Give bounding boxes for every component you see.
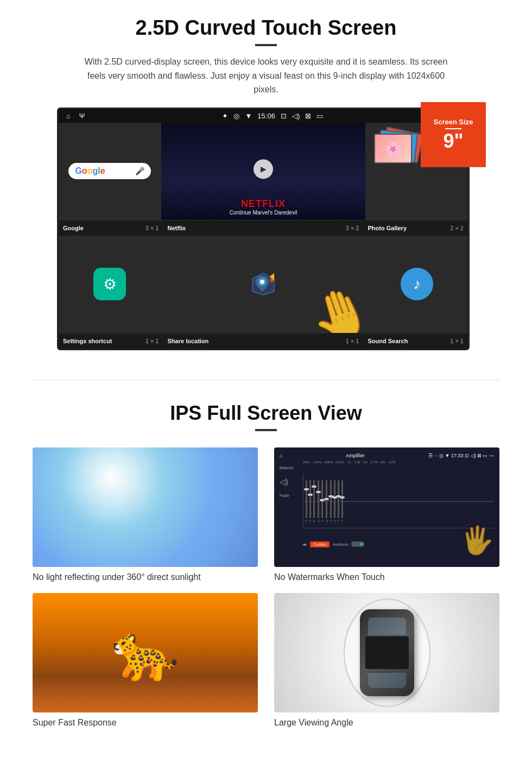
amp-icons: ☰ ··· ◎ ▼ 17:33 ⊡ ◁) ⊠ ▭ — xyxy=(428,453,494,458)
google-app-cell[interactable]: Google 🎤 xyxy=(59,123,161,220)
amp-side-labels: Balance ◁) Fader xyxy=(280,460,299,547)
car-windshield-front xyxy=(368,617,406,636)
sunlight-caption: No light reflecting under 360° direct su… xyxy=(33,572,258,582)
amp-freq-sub: SUB xyxy=(389,460,395,464)
app-row-bottom: ⚙ xyxy=(59,236,468,333)
android-screen: ⌂ Ψ ✦ ◎ ▼ 15:06 ⊡ ◁) ⊠ ▭ xyxy=(57,108,470,350)
settings-label: Settings shortcut 1 × 1 xyxy=(59,338,163,344)
amp-title: Amplifier xyxy=(346,453,365,458)
amp-zero-line xyxy=(303,501,494,502)
amp-freq-labels: 60hz 100hz 200hz 500hz 1k 2.5k 10k 12.5k… xyxy=(303,460,494,464)
section2-divider xyxy=(255,429,277,431)
amp-loudness-label: loudness xyxy=(333,542,348,546)
amp-fader-label: Fader xyxy=(280,494,299,497)
amp-freq-60hz: 60hz xyxy=(303,460,310,464)
sound-label: Sound Search 1 × 1 xyxy=(364,338,468,344)
gallery-stack: 🌸 xyxy=(370,127,416,171)
netflix-app-cell[interactable]: ▶ NETFLIX Continue Marvel's Daredevil xyxy=(161,123,366,220)
gallery-label-size: 2 × 2 xyxy=(450,225,464,231)
amp-slider-9[interactable]: 0 xyxy=(338,476,339,526)
amp-slider-3[interactable]: 0 xyxy=(313,476,315,526)
hand-touching-icon: 🖐 xyxy=(460,525,494,556)
device-mockup: Screen Size 9" ⌂ Ψ ✦ ◎ ▼ 15:06 ⊡ ◁) ⊠ xyxy=(57,108,475,350)
netflix-label: Netflix 3 × 2 xyxy=(163,225,364,231)
amp-slider-7[interactable]: 0 xyxy=(330,476,332,526)
play-button[interactable]: ▶ xyxy=(254,160,273,179)
settings-icon[interactable]: ⚙ xyxy=(93,268,126,300)
sunlight-image xyxy=(33,447,258,567)
feature-amplifier: ⌂ Amplifier ☰ ··· ◎ ▼ 17:33 ⊡ ◁) ⊠ ▭ — B… xyxy=(274,447,499,582)
app-label-row-top: Google 3 × 1 Netflix 3 × 2 Photo Gallery… xyxy=(59,220,468,236)
settings-label-size: 1 × 1 xyxy=(145,338,159,344)
amp-freq-15k: 15k xyxy=(380,460,385,464)
amp-eq-bars: 0 0 0 -3 0 -3 0 0 0 0 xyxy=(303,474,494,528)
amp-speaker-icon: ◁) xyxy=(280,477,299,486)
app-label-row-bottom: Settings shortcut 1 × 1 Share location 1… xyxy=(59,333,468,349)
netflix-label-size: 3 × 2 xyxy=(346,225,359,231)
car-image xyxy=(274,593,499,712)
section1-description: With 2.5D curved-display screen, this de… xyxy=(76,55,456,97)
amp-freq-500hz: 500hz xyxy=(335,460,344,464)
time-display: 15:06 xyxy=(257,112,275,120)
sound-cell-content: ♪ xyxy=(366,236,468,333)
svg-point-2 xyxy=(260,280,264,284)
bluetooth-icon: ✦ xyxy=(222,112,228,120)
amp-freq-10k: 10k xyxy=(363,460,368,464)
amp-toggle[interactable] xyxy=(351,541,364,547)
camera-icon: ⊡ xyxy=(281,112,287,120)
ips-section: IPS Full Screen View No light reflecting… xyxy=(0,396,532,744)
netflix-label-name: Netflix xyxy=(168,225,186,231)
amp-slider-1[interactable]: 0 xyxy=(306,476,307,526)
features-grid: No light reflecting under 360° direct su… xyxy=(33,447,499,728)
car-body xyxy=(360,609,414,696)
maps-app-cell[interactable]: 🤚 xyxy=(161,236,366,333)
cheetah-emoji: 🐆 xyxy=(111,621,179,685)
google-logo: Google xyxy=(75,166,105,176)
google-label-name: Google xyxy=(63,225,84,231)
sound-icon[interactable]: ♪ xyxy=(401,268,433,300)
close-icon[interactable]: ⊠ xyxy=(305,112,311,120)
amp-slider-10[interactable]: 0 xyxy=(341,476,343,526)
amp-slider-8[interactable]: 0 xyxy=(334,476,335,526)
home-icon[interactable]: ⌂ xyxy=(66,112,71,120)
google-search-bar[interactable]: Google 🎤 xyxy=(68,163,150,179)
hand-icon: 🤚 xyxy=(302,278,365,333)
window-icon[interactable]: ▭ xyxy=(316,112,323,120)
netflix-cell-content: ▶ NETFLIX Continue Marvel's Daredevil xyxy=(161,123,365,220)
amp-time: 17:33 xyxy=(451,453,464,458)
location-icon: ◎ xyxy=(233,112,239,120)
cheetah-image: 🐆 xyxy=(33,593,258,712)
google-label: Google 3 × 1 xyxy=(59,225,163,231)
amp-header: ⌂ Amplifier ☰ ··· ◎ ▼ 17:33 ⊡ ◁) ⊠ ▭ — xyxy=(280,453,494,458)
sound-app-cell[interactable]: ♪ xyxy=(366,236,468,333)
amp-freq-1k: 1k xyxy=(347,460,351,464)
wifi-icon: ▼ xyxy=(245,112,252,120)
amp-slider-2[interactable]: 0 xyxy=(309,476,311,526)
feature-car: Large Viewing Angle xyxy=(274,593,499,728)
maps-label-size: 1 × 1 xyxy=(346,338,359,344)
amp-slider-5[interactable]: 0 xyxy=(321,476,323,526)
maps-icon[interactable] xyxy=(247,268,280,300)
settings-cell-content: ⚙ xyxy=(59,236,161,333)
volume-icon: ◁) xyxy=(292,112,300,120)
amp-custom-btn[interactable]: Custom xyxy=(310,541,330,547)
amp-freq-100hz: 100hz xyxy=(313,460,322,464)
amplifier-image: ⌂ Amplifier ☰ ··· ◎ ▼ 17:33 ⊡ ◁) ⊠ ▭ — B… xyxy=(274,447,499,567)
gallery-label-name: Photo Gallery xyxy=(368,225,407,231)
badge-divider xyxy=(445,128,461,129)
netflix-logo: NETFLIX xyxy=(166,198,361,210)
mic-icon[interactable]: 🎤 xyxy=(135,167,144,175)
settings-label-name: Settings shortcut xyxy=(63,338,112,344)
cheetah-caption: Super Fast Response xyxy=(33,718,258,728)
usb-icon: Ψ xyxy=(79,112,85,120)
screen-size-badge: Screen Size 9" xyxy=(421,102,486,167)
app-row-top: Google 🎤 ▶ NETFLIX Continue Marvel's Dar… xyxy=(59,123,468,220)
sunlight-glow xyxy=(33,447,258,567)
section1-title: 2.5D Curved Touch Screen xyxy=(33,16,499,40)
feature-cheetah: 🐆 Super Fast Response xyxy=(33,593,258,728)
feature-sunlight: No light reflecting under 360° direct su… xyxy=(33,447,258,582)
car-top-view xyxy=(344,598,430,707)
car-roof xyxy=(365,636,409,669)
settings-app-cell[interactable]: ⚙ xyxy=(59,236,161,333)
status-bar-left: ⌂ Ψ xyxy=(66,112,85,120)
